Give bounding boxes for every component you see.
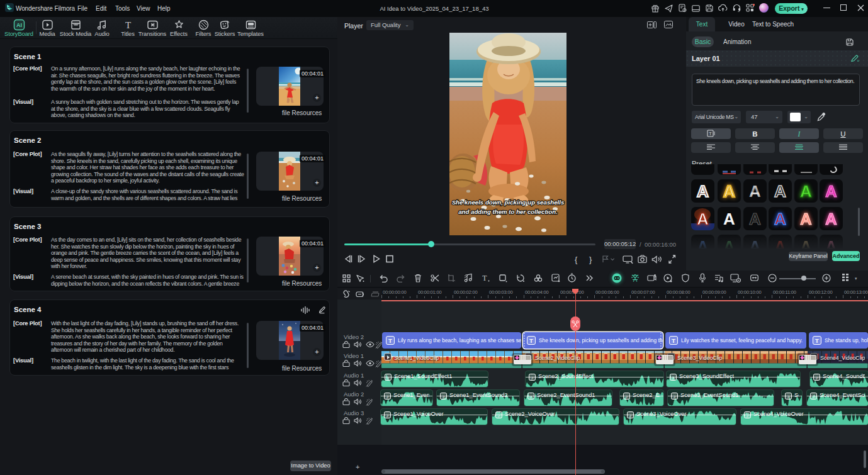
svg-text:and adding them to her collect: and adding them to her collection. (458, 208, 558, 215)
svg-text:A: A (800, 210, 812, 228)
svg-text:A: A (749, 182, 761, 201)
svg-text:A: A (825, 182, 837, 201)
svg-text:T: T (709, 131, 712, 137)
svg-text:A: A (825, 210, 837, 228)
svg-text:A: A (749, 210, 761, 228)
svg-text:u: u (857, 59, 859, 62)
svg-text:A: A (697, 210, 709, 228)
svg-text:A: A (723, 182, 735, 201)
svg-text:A: A (774, 182, 786, 201)
svg-text:{: { (575, 255, 578, 264)
svg-text:A: A (697, 182, 709, 201)
svg-text:}: } (589, 255, 592, 264)
svg-text:T: T (482, 274, 487, 282)
svg-text:T: T (125, 20, 130, 30)
svg-text:AI: AI (16, 22, 22, 28)
svg-text:A: A (800, 182, 812, 201)
svg-text:She kneels down, picking up se: She kneels down, picking up seashells (452, 199, 565, 206)
svg-text:A: A (723, 210, 735, 228)
svg-text:A: A (774, 210, 786, 228)
